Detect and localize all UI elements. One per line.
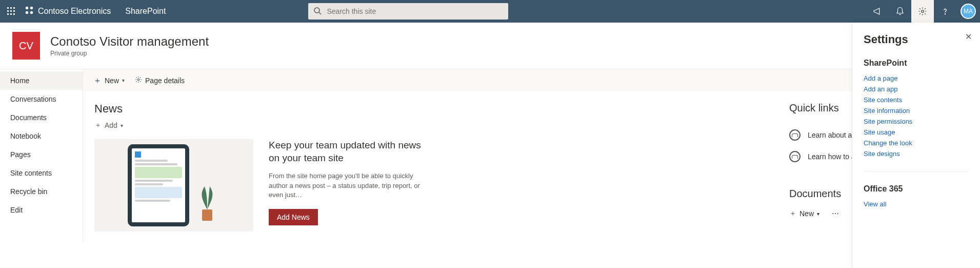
svg-point-12: [30, 11, 33, 14]
site-header: CV Conotso Visitor management Private gr…: [0, 23, 980, 69]
main-area: ＋ New ▾ Page details News ＋ Add ▾: [83, 69, 980, 242]
page-body: News ＋ Add ▾: [83, 92, 980, 242]
svg-point-13: [314, 8, 319, 13]
settings-link[interactable]: View all: [864, 199, 969, 209]
close-icon[interactable]: ✕: [965, 32, 972, 42]
chevron-down-icon: ▾: [817, 211, 819, 217]
svg-rect-3: [7, 10, 9, 12]
documents-new[interactable]: ＋ New ▾: [789, 209, 819, 218]
nav-documents[interactable]: Documents: [0, 108, 83, 127]
suite-bar-right: MA: [866, 0, 980, 23]
search-input[interactable]: [308, 3, 508, 20]
content-row: Home Conversations Documents Notebook Pa…: [0, 69, 980, 242]
svg-rect-0: [7, 7, 9, 9]
cmd-new-label: New: [105, 76, 119, 85]
news-text: Keep your team updated with news on your…: [269, 139, 433, 225]
svg-rect-2: [13, 7, 15, 9]
plus-icon: ＋: [789, 209, 796, 218]
help-icon[interactable]: [934, 0, 956, 23]
nav-notebook[interactable]: Notebook: [0, 127, 83, 145]
settings-section-sharepoint: SharePoint: [864, 59, 969, 68]
news-add-button[interactable]: ＋ Add ▾: [94, 121, 123, 130]
settings-links-sharepoint: Add a page Add an app Site contents Site…: [864, 73, 969, 159]
news-card: Keep your team updated with news on your…: [94, 139, 758, 232]
settings-section-o365: Office 365: [864, 184, 969, 194]
search-wrap: [308, 3, 508, 20]
settings-links-o365: View all: [864, 199, 969, 209]
svg-rect-6: [7, 13, 9, 15]
globe-icon: [789, 151, 801, 162]
news-section: News ＋ Add ▾: [94, 102, 758, 232]
org-logo-group[interactable]: Contoso Electronics: [23, 6, 116, 17]
user-avatar[interactable]: MA: [961, 4, 976, 19]
nav-recycle-bin[interactable]: Recycle bin: [0, 182, 83, 201]
settings-panel: ✕ Settings SharePoint Add a page Add an …: [852, 23, 980, 242]
svg-rect-8: [13, 13, 15, 15]
notifications-icon[interactable]: [889, 0, 911, 23]
svg-rect-18: [202, 209, 212, 221]
svg-line-14: [319, 12, 321, 14]
svg-rect-1: [10, 7, 12, 9]
app-launcher-icon[interactable]: [0, 0, 23, 23]
settings-title: Settings: [864, 33, 969, 46]
news-title: Keep your team updated with news on your…: [269, 139, 433, 164]
site-subtitle: Private group: [50, 50, 209, 57]
svg-point-9: [26, 7, 28, 9]
documents-more[interactable]: ⋯: [832, 209, 839, 218]
gear-icon: [135, 76, 142, 85]
svg-point-17: [137, 79, 139, 81]
megaphone-icon[interactable]: [866, 0, 889, 23]
cmd-page-details[interactable]: Page details: [135, 76, 185, 85]
nav-pages[interactable]: Pages: [0, 145, 83, 164]
left-nav: Home Conversations Documents Notebook Pa…: [0, 69, 83, 242]
ellipsis-icon: ⋯: [832, 209, 839, 218]
svg-rect-7: [10, 13, 12, 15]
nav-conversations[interactable]: Conversations: [0, 90, 83, 108]
suite-bar-left: Contoso Electronics SharePoint: [0, 0, 175, 23]
settings-link[interactable]: Add an app: [864, 84, 969, 94]
cmd-page-details-label: Page details: [145, 76, 185, 85]
settings-link[interactable]: Site permissions: [864, 116, 969, 127]
nav-site-contents[interactable]: Site contents: [0, 164, 83, 182]
site-logo[interactable]: CV: [12, 32, 40, 60]
svg-rect-5: [13, 10, 15, 12]
command-bar: ＋ New ▾ Page details: [83, 69, 980, 92]
add-news-button[interactable]: Add News: [269, 209, 318, 225]
plus-icon: ＋: [94, 121, 102, 130]
settings-link[interactable]: Site usage: [864, 127, 969, 138]
settings-link[interactable]: Add a page: [864, 73, 969, 84]
settings-link[interactable]: Site contents: [864, 94, 969, 105]
documents-heading: Documents: [789, 188, 841, 200]
globe-icon: [789, 129, 801, 141]
chevron-down-icon: ▾: [122, 78, 125, 83]
news-illustration: [94, 139, 253, 232]
news-add-label: Add: [105, 121, 117, 129]
svg-point-11: [26, 11, 28, 14]
settings-link[interactable]: Site information: [864, 105, 969, 116]
site-title[interactable]: Conotso Visitor management: [50, 34, 209, 49]
cmd-new[interactable]: ＋ New ▾: [93, 76, 125, 85]
tablet-illustration: [128, 144, 189, 226]
svg-point-15: [922, 10, 924, 13]
nav-edit[interactable]: Edit: [0, 201, 83, 219]
suite-bar: Contoso Electronics SharePoint MA: [0, 0, 980, 23]
settings-link[interactable]: Site designs: [864, 148, 969, 159]
documents-new-label: New: [799, 209, 814, 218]
settings-gear-icon[interactable]: [911, 0, 934, 23]
org-logo-icon: [25, 6, 34, 17]
plant-illustration: [194, 184, 220, 226]
app-name[interactable]: SharePoint: [116, 7, 175, 16]
svg-point-10: [30, 7, 33, 9]
settings-link[interactable]: Change the look: [864, 138, 969, 148]
org-name: Contoso Electronics: [38, 7, 111, 16]
search-icon: [313, 7, 322, 16]
svg-point-16: [945, 14, 945, 14]
svg-rect-4: [10, 10, 12, 12]
news-heading: News: [94, 102, 758, 116]
chevron-down-icon: ▾: [121, 123, 123, 128]
plus-icon: ＋: [93, 76, 102, 85]
panel-divider: [864, 171, 969, 172]
nav-home[interactable]: Home: [0, 71, 83, 90]
news-body: From the site home page you'll be able t…: [269, 171, 433, 200]
